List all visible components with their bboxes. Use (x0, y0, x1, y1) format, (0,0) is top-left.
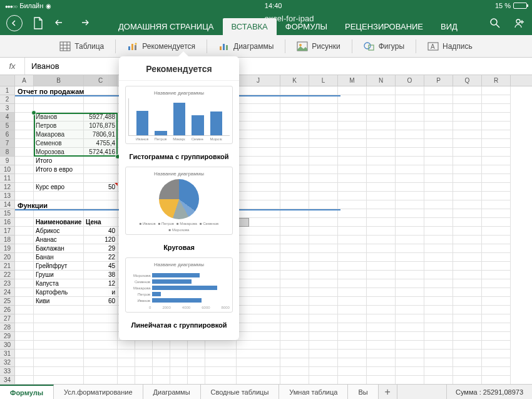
select-all-corner[interactable] (0, 75, 15, 86)
cell-B6[interactable]: Макарова (34, 130, 84, 139)
col-header-C[interactable]: C (84, 75, 118, 86)
formula-input[interactable]: Иванов (25, 61, 532, 71)
cell-C8[interactable]: 5724,416 (84, 148, 118, 157)
cell-C6[interactable]: 7806,91 (84, 130, 118, 139)
status-sum[interactable]: Сумма : 25291,08973 (446, 385, 532, 399)
col-header-A[interactable]: A (15, 75, 34, 86)
row-header-31[interactable]: 31 (0, 350, 14, 358)
row-header-13[interactable]: 13 (0, 192, 14, 200)
cell-C4[interactable]: 5927,488 (84, 113, 118, 122)
row-header-6[interactable]: 6 (0, 130, 14, 139)
tab-view[interactable]: ВИД (432, 18, 466, 35)
col-header-Q[interactable]: Q (453, 75, 482, 86)
fx-label[interactable]: fx (0, 58, 25, 75)
ribbon-textbox[interactable]: A Надпись (421, 38, 479, 54)
cell-B9[interactable]: Итого (34, 157, 84, 165)
cell-B25[interactable]: Киви (34, 297, 84, 306)
cell-B23[interactable]: Капуста (34, 279, 84, 288)
cell-C22[interactable]: 38 (84, 271, 118, 279)
row-header-12[interactable]: 12 (0, 183, 14, 192)
ribbon-table[interactable]: Таблица (53, 38, 110, 54)
cell-C25[interactable]: 60 (84, 297, 118, 306)
cell-B4[interactable]: Иванов (34, 113, 84, 122)
file-icon[interactable] (31, 16, 45, 30)
row-header-20[interactable]: 20 (0, 253, 14, 262)
col-header-P[interactable]: P (424, 75, 453, 86)
cell-C21[interactable]: 45 (84, 262, 118, 271)
sheet-tab-4[interactable]: Умная таблица (279, 385, 348, 399)
row-header-28[interactable]: 28 (0, 323, 14, 332)
row-header-26[interactable]: 26 (0, 306, 14, 314)
row-header-2[interactable]: 2 (0, 95, 14, 104)
sheet-tab-2[interactable]: Диаграммы (143, 385, 201, 399)
col-header-M[interactable]: M (338, 75, 367, 86)
col-header-N[interactable]: N (367, 75, 396, 86)
ribbon-recommended[interactable]: Рекомендуется (121, 38, 202, 54)
row-header-23[interactable]: 23 (0, 279, 14, 288)
cell-B17[interactable]: Абрикос (34, 227, 84, 236)
col-header-B[interactable]: B (34, 75, 84, 86)
row-header-34[interactable]: 34 (0, 376, 14, 385)
row-header-25[interactable]: 25 (0, 297, 14, 306)
cell-B20[interactable]: Банан (34, 253, 84, 262)
search-button[interactable] (488, 16, 502, 30)
row-header-4[interactable]: 4 (0, 113, 14, 122)
chart-option-clustered-bar[interactable]: Название диаграммы МорозоваСеменовМакаро… (125, 257, 233, 313)
ribbon-charts[interactable]: Диаграммы (212, 38, 280, 54)
tab-formulas[interactable]: ФОРМУЛЫ (277, 18, 336, 35)
col-header-K[interactable]: K (280, 75, 309, 86)
row-header-17[interactable]: 17 (0, 227, 14, 236)
tab-insert[interactable]: ВСТАВКА (223, 18, 277, 35)
sheet-tab-0[interactable]: Формулы (0, 385, 54, 399)
cell-B16[interactable]: Наименование (34, 218, 84, 227)
undo-button[interactable] (54, 16, 68, 30)
cell-C16[interactable]: Цена (84, 218, 118, 227)
row-header-1[interactable]: 1 (0, 86, 14, 95)
row-header-7[interactable]: 7 (0, 139, 14, 148)
row-header-32[interactable]: 32 (0, 358, 14, 367)
cell-B18[interactable]: Ананас (34, 236, 84, 244)
cell-B22[interactable]: Груши (34, 271, 84, 279)
row-header-24[interactable]: 24 (0, 288, 14, 297)
row-header-27[interactable]: 27 (0, 314, 14, 323)
cell-C18[interactable]: 120 (84, 236, 118, 244)
ribbon-shapes[interactable]: Фигуры (357, 38, 411, 54)
spreadsheet-grid[interactable]: ABCDEFGHIJKLMNOPQR 123456789101112131415… (0, 75, 532, 385)
row-header-11[interactable]: 11 (0, 174, 14, 183)
cell-C19[interactable]: 29 (84, 244, 118, 253)
cell-B8[interactable]: Морозова (34, 148, 84, 157)
row-header-15[interactable]: 15 (0, 209, 14, 218)
row-header-18[interactable]: 18 (0, 236, 14, 244)
share-button[interactable] (512, 16, 526, 30)
row-header-16[interactable]: 16 (0, 218, 14, 227)
row-header-9[interactable]: 9 (0, 157, 14, 165)
col-header-R[interactable]: R (482, 75, 511, 86)
col-header-O[interactable]: O (396, 75, 424, 86)
cell-C7[interactable]: 4755,4 (84, 139, 118, 148)
ribbon-pictures[interactable]: Рисунки (290, 38, 346, 54)
row-header-30[interactable]: 30 (0, 341, 14, 350)
col-header-J[interactable]: J (237, 75, 280, 86)
row-header-29[interactable]: 29 (0, 332, 14, 341)
row-header-8[interactable]: 8 (0, 148, 14, 157)
chart-option-pie[interactable]: Название диаграммы ИвановПетровМакароваС… (125, 167, 233, 235)
row-header-19[interactable]: 19 (0, 244, 14, 253)
row-header-22[interactable]: 22 (0, 271, 14, 279)
redo-button[interactable] (76, 16, 90, 30)
back-button[interactable] (6, 15, 23, 31)
col-header-L[interactable]: L (309, 75, 338, 86)
sheet-tab-5[interactable]: Вы (348, 385, 378, 399)
row-header-5[interactable]: 5 (0, 122, 14, 130)
cell-C20[interactable]: 22 (84, 253, 118, 262)
cell-B5[interactable]: Петров (34, 122, 84, 130)
add-sheet-button[interactable]: + (379, 385, 397, 399)
tab-review[interactable]: РЕЦЕНЗИРОВАНИЕ (336, 18, 432, 35)
row-header-3[interactable]: 3 (0, 104, 14, 113)
sheet-tab-3[interactable]: Сводные таблицы (201, 385, 280, 399)
sheet-tab-1[interactable]: Усл.форматирование (54, 385, 143, 399)
tab-home[interactable]: ДОМАШНЯЯ СТРАНИЦА (110, 18, 223, 35)
cell-C24[interactable]: и (84, 288, 118, 297)
cell-B19[interactable]: Баклажан (34, 244, 84, 253)
chart-option-clustered-column[interactable]: Название диаграммы ИвановПетровМакароваС… (125, 86, 233, 144)
row-header-10[interactable]: 10 (0, 165, 14, 174)
